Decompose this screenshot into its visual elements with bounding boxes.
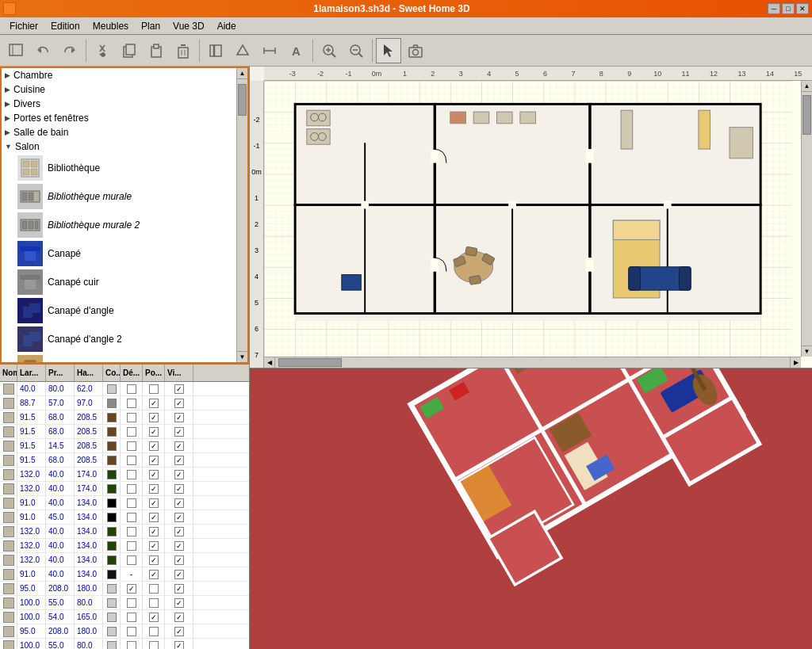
table-row[interactable]: 91.568.0208.5 bbox=[0, 453, 249, 468]
checkbox-cell[interactable] bbox=[143, 496, 165, 510]
table-row[interactable]: 100.055.080.0 bbox=[0, 596, 249, 610]
table-row[interactable]: 91.040.0134.0- bbox=[0, 567, 249, 582]
list-item-chaise[interactable]: Chaise bbox=[2, 353, 247, 362]
list-item-bibliotheque-murale[interactable]: Bibliothèque murale bbox=[2, 182, 247, 211]
checkbox-cell[interactable] bbox=[121, 553, 143, 567]
checkbox-cell[interactable] bbox=[165, 624, 193, 638]
checkbox-cell[interactable] bbox=[143, 453, 165, 467]
checkbox-cell[interactable] bbox=[143, 567, 165, 581]
table-row[interactable]: 91.514.5208.5 bbox=[0, 439, 249, 453]
hscroll-left[interactable]: ◀ bbox=[264, 357, 275, 368]
checkbox-cell[interactable] bbox=[165, 510, 193, 524]
checkbox-cell[interactable] bbox=[165, 639, 193, 649]
checkbox-cell[interactable] bbox=[143, 624, 165, 638]
hscroll-thumb[interactable] bbox=[278, 358, 342, 367]
checkbox-cell[interactable] bbox=[121, 639, 143, 649]
paste-button[interactable] bbox=[144, 38, 169, 63]
checkbox-cell[interactable] bbox=[121, 624, 143, 638]
floorplan-hscrollbar[interactable]: ◀ ▶ bbox=[264, 357, 801, 368]
checkbox-cell[interactable] bbox=[121, 453, 143, 467]
list-item-bibliotheque[interactable]: Bibliothèque bbox=[2, 154, 247, 182]
list-item-canape-cuir[interactable]: Canapé cuir bbox=[2, 268, 247, 296]
checkbox-cell[interactable] bbox=[143, 610, 165, 624]
table-row[interactable]: 91.568.0208.5 bbox=[0, 410, 249, 425]
view3d[interactable] bbox=[250, 368, 812, 649]
list-item-canape-angle2[interactable]: Canapé d'angle 2 bbox=[2, 325, 247, 353]
table-row[interactable]: 100.054.0165.0 bbox=[0, 610, 249, 624]
menu-meubles[interactable]: Meubles bbox=[86, 19, 135, 33]
table-row[interactable]: 91.040.0134.0 bbox=[0, 496, 249, 510]
vscroll-down[interactable]: ▼ bbox=[802, 345, 812, 357]
checkbox-cell[interactable] bbox=[165, 567, 193, 581]
checkbox-cell[interactable] bbox=[121, 510, 143, 524]
checkbox-cell[interactable] bbox=[165, 610, 193, 624]
add-label-button[interactable]: A bbox=[284, 38, 309, 63]
checkbox-cell[interactable] bbox=[121, 396, 143, 410]
category-salon[interactable]: ▼ Salon bbox=[2, 139, 247, 154]
checkbox-cell[interactable] bbox=[143, 439, 165, 452]
cursor-button[interactable] bbox=[376, 38, 401, 63]
close-button[interactable]: ✕ bbox=[796, 3, 809, 14]
menu-aide[interactable]: Aide bbox=[211, 19, 243, 33]
table-row[interactable]: 132.040.0174.0 bbox=[0, 482, 249, 496]
checkbox-cell[interactable] bbox=[165, 596, 193, 609]
menu-fichier[interactable]: Fichier bbox=[3, 19, 44, 33]
redo-button[interactable] bbox=[57, 38, 82, 63]
select-tool-button[interactable] bbox=[3, 38, 29, 63]
checkbox-cell[interactable] bbox=[165, 453, 193, 467]
checkbox-cell[interactable] bbox=[121, 425, 143, 438]
checkbox-cell[interactable] bbox=[121, 496, 143, 510]
list-item-canape[interactable]: Canapé bbox=[2, 239, 247, 268]
add-wall-button[interactable] bbox=[203, 38, 228, 63]
menu-edition[interactable]: Edition bbox=[44, 19, 86, 33]
delete-button[interactable] bbox=[170, 38, 196, 63]
checkbox-cell[interactable] bbox=[121, 439, 143, 452]
checkbox-cell[interactable] bbox=[165, 525, 193, 538]
checkbox-cell[interactable] bbox=[165, 410, 193, 424]
checkbox-cell[interactable] bbox=[143, 482, 165, 495]
checkbox-cell[interactable] bbox=[143, 553, 165, 567]
category-divers[interactable]: ▶ Divers bbox=[2, 97, 247, 111]
checkbox-cell[interactable] bbox=[121, 539, 143, 552]
floorplan-canvas[interactable]: ▲ ▼ ◀ ▶ bbox=[264, 81, 812, 368]
checkbox-cell[interactable] bbox=[165, 582, 193, 595]
maximize-button[interactable]: □ bbox=[782, 3, 795, 14]
checkbox-cell[interactable] bbox=[165, 382, 193, 395]
checkbox-cell[interactable] bbox=[121, 525, 143, 538]
undo-button[interactable] bbox=[30, 38, 56, 63]
minimize-button[interactable]: ─ bbox=[768, 3, 780, 14]
checkbox-cell[interactable] bbox=[165, 539, 193, 552]
checkbox-cell[interactable] bbox=[143, 596, 165, 609]
copy-button[interactable] bbox=[117, 38, 142, 63]
checkbox-cell[interactable] bbox=[143, 525, 165, 538]
table-row[interactable]: 95.0208.0180.0 bbox=[0, 624, 249, 639]
vscroll-thumb[interactable] bbox=[802, 95, 811, 135]
menu-plan[interactable]: Plan bbox=[135, 19, 167, 33]
checkbox-cell[interactable] bbox=[165, 439, 193, 452]
menu-vue3d[interactable]: Vue 3D bbox=[167, 19, 211, 33]
camera-button[interactable] bbox=[403, 38, 428, 63]
checkbox-cell[interactable] bbox=[143, 410, 165, 424]
category-chambre[interactable]: ▶ Chambre bbox=[2, 68, 247, 82]
category-portes[interactable]: ▶ Portes et fenêtres bbox=[2, 111, 247, 125]
table-row[interactable]: 95.0208.0180.0 bbox=[0, 582, 249, 596]
checkbox-cell[interactable] bbox=[121, 582, 143, 595]
checkbox-cell[interactable] bbox=[165, 496, 193, 510]
table-row[interactable]: 132.040.0134.0 bbox=[0, 539, 249, 553]
checkbox-cell[interactable] bbox=[121, 482, 143, 495]
zoom-out-button[interactable] bbox=[343, 38, 369, 63]
table-row[interactable]: 100.055.080.0 bbox=[0, 639, 249, 649]
table-row[interactable]: 91.045.0134.0 bbox=[0, 510, 249, 525]
zoom-in-button[interactable] bbox=[316, 38, 342, 63]
table-row[interactable]: 88.757.097.0 bbox=[0, 396, 249, 410]
checkbox-cell[interactable] bbox=[143, 639, 165, 649]
hscroll-right[interactable]: ▶ bbox=[790, 357, 801, 368]
floorplan-vscrollbar[interactable]: ▲ ▼ bbox=[801, 81, 812, 357]
tree-scroll[interactable]: ▶ Chambre ▶ Cuisine ▶ Divers ▶ Portes et… bbox=[2, 68, 247, 362]
checkbox-cell[interactable] bbox=[121, 468, 143, 481]
table-row[interactable]: 91.568.0208.5 bbox=[0, 425, 249, 439]
checkbox-cell[interactable] bbox=[121, 410, 143, 424]
category-salle-bain[interactable]: ▶ Salle de bain bbox=[2, 125, 247, 139]
list-item-canape-angle[interactable]: Canapé d'angle bbox=[2, 296, 247, 325]
checkbox-cell[interactable] bbox=[143, 510, 165, 524]
